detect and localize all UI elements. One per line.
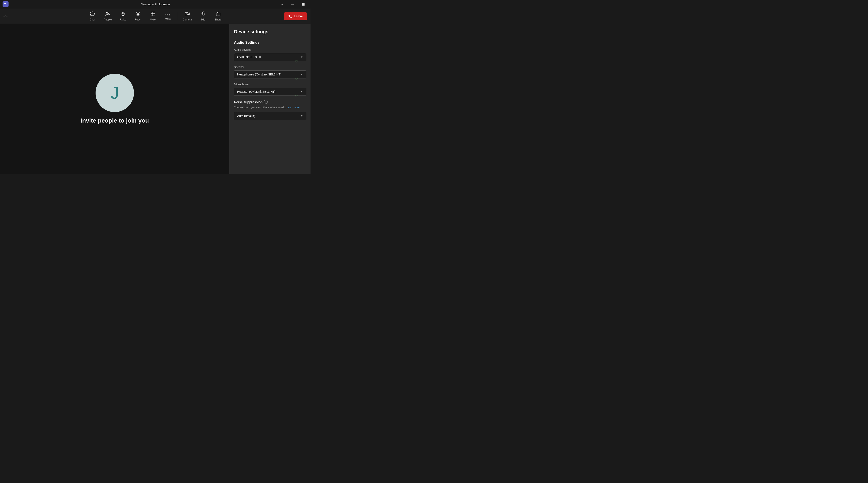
panel-title: Device settings xyxy=(234,29,306,35)
toolbar-people-button[interactable]: People xyxy=(100,9,115,23)
noise-suppression-dropdown[interactable]: Auto (default) ▼ xyxy=(234,112,306,120)
svg-text:T: T xyxy=(4,3,6,6)
microphone-label: Microphone xyxy=(234,83,306,86)
toolbar-divider xyxy=(177,12,177,21)
toolbar-raise-button[interactable]: Raise xyxy=(116,9,130,23)
toolbar-main-group: Chat People Raise xyxy=(85,9,175,23)
svg-line-15 xyxy=(185,12,188,15)
audio-settings-title: Audio Settings xyxy=(234,40,306,45)
speaker-label: Speaker xyxy=(234,65,306,69)
react-label: React xyxy=(134,18,141,21)
meeting-area: J Invite people to join you xyxy=(0,24,229,174)
avatar-letter: J xyxy=(111,83,119,103)
cursor-hand-2-icon: ☞ xyxy=(295,76,299,81)
noise-suppression-info-icon[interactable]: i xyxy=(264,100,268,104)
noise-suppression-chevron-icon: ▼ xyxy=(301,115,303,118)
toolbar-react-button[interactable]: React xyxy=(130,9,146,23)
svg-point-11 xyxy=(165,14,166,15)
noise-suppression-desc: Choose Low if you want others to hear mu… xyxy=(234,105,306,109)
learn-more-link[interactable]: Learn more xyxy=(286,106,300,109)
noise-suppression-header: Noise suppression i xyxy=(234,100,306,104)
svg-rect-16 xyxy=(203,12,204,14)
view-icon xyxy=(150,11,155,17)
people-label: People xyxy=(104,18,112,21)
microphone-wrapper: Headset (OvisLink SBL3 HT) ▼ ☞ xyxy=(234,88,306,96)
maximize-icon: ⬜ xyxy=(302,3,305,6)
cursor-hand-1-icon: ☞ xyxy=(295,59,299,64)
more-icon xyxy=(165,12,170,17)
svg-point-6 xyxy=(138,13,139,14)
svg-point-4 xyxy=(136,12,140,16)
mic-icon xyxy=(201,11,206,17)
noise-suppression-value: Auto (default) xyxy=(237,114,255,118)
svg-rect-9 xyxy=(151,14,153,16)
main-content: J Invite people to join you Device setti… xyxy=(0,24,311,174)
more-options-button[interactable]: ··· xyxy=(277,1,287,8)
noise-desc-text: Choose Low if you want others to hear mu… xyxy=(234,106,286,109)
audio-devices-wrapper: OvisLink SBL3 HT ▼ ☞ xyxy=(234,53,306,61)
toolbar-view-button[interactable]: View xyxy=(146,9,160,23)
toolbar-chat-button[interactable]: Chat xyxy=(85,9,100,23)
title-bar: T Meeting with Johnson ··· — ⬜ xyxy=(0,0,311,8)
title-bar-left: T xyxy=(3,1,8,7)
dots-icon: ··· xyxy=(281,3,283,6)
svg-rect-8 xyxy=(153,12,155,14)
svg-point-5 xyxy=(137,13,137,14)
minimize-icon: — xyxy=(291,3,294,6)
toolbar-more-button[interactable]: More xyxy=(160,10,175,22)
device-settings-panel: Device settings Audio Settings Audio dev… xyxy=(229,24,311,174)
meeting-timer: --:-- xyxy=(3,15,7,18)
more-label: More xyxy=(165,18,170,21)
people-icon xyxy=(105,11,110,17)
noise-suppression-title: Noise suppression xyxy=(234,100,262,104)
speaker-wrapper: Headphones (OvisLink SBL3 HT) ▼ ☞ xyxy=(234,70,306,78)
leave-label: Leave xyxy=(294,14,303,18)
cursor-hand-3-icon: ☞ xyxy=(295,94,299,98)
microphone-value: Headset (OvisLink SBL3 HT) xyxy=(237,90,276,93)
minimize-button[interactable]: — xyxy=(287,1,297,8)
svg-point-12 xyxy=(167,14,168,15)
camera-label: Camera xyxy=(183,18,192,21)
maximize-button[interactable]: ⬜ xyxy=(298,1,308,8)
svg-point-3 xyxy=(108,12,109,13)
teams-logo-icon: T xyxy=(3,1,8,7)
speaker-chevron-icon: ▼ xyxy=(301,73,303,76)
svg-rect-10 xyxy=(153,14,155,16)
meeting-toolbar: --:-- Chat People xyxy=(0,8,311,24)
toolbar-mic-button[interactable]: Mic xyxy=(196,9,211,23)
share-label: Share xyxy=(215,18,222,21)
toolbar-share-button[interactable]: Share xyxy=(211,9,226,23)
svg-point-13 xyxy=(169,14,170,15)
participant-avatar: J xyxy=(96,74,134,112)
meeting-title: Meeting with Johnson xyxy=(141,3,169,6)
chat-label: Chat xyxy=(90,18,95,21)
audio-devices-label: Audio devices xyxy=(234,48,306,52)
mic-label: Mic xyxy=(201,18,205,21)
view-label: View xyxy=(150,18,156,21)
camera-icon xyxy=(185,11,190,17)
invite-text: Invite people to join you xyxy=(81,117,149,124)
leave-phone-icon xyxy=(288,14,292,18)
share-icon xyxy=(216,11,221,17)
react-icon xyxy=(135,11,141,17)
leave-button[interactable]: Leave xyxy=(284,12,307,20)
window-controls: ··· — ⬜ xyxy=(277,1,308,8)
svg-rect-7 xyxy=(151,12,153,14)
toolbar-right-group: Camera Mic Share xyxy=(179,9,226,23)
raise-label: Raise xyxy=(120,18,126,21)
speaker-value: Headphones (OvisLink SBL3 HT) xyxy=(237,73,281,76)
svg-point-2 xyxy=(106,12,108,13)
raise-hand-icon xyxy=(121,11,126,17)
toolbar-camera-button[interactable]: Camera xyxy=(179,9,196,23)
audio-devices-value: OvisLink SBL3 HT xyxy=(237,56,261,59)
chat-icon xyxy=(90,11,95,17)
audio-devices-chevron-icon: ▼ xyxy=(301,56,303,59)
microphone-chevron-icon: ▼ xyxy=(301,90,303,93)
